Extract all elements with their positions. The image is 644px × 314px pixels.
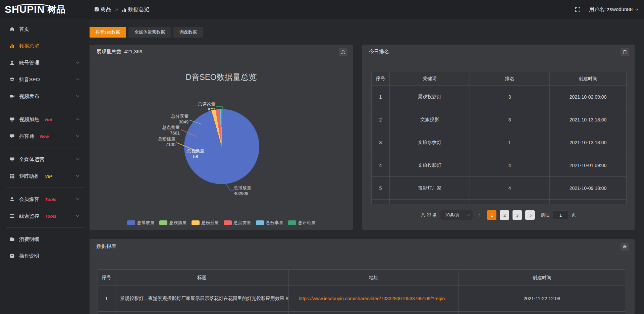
sidebar-item-matrix-boost[interactable]: 矩阵助推 VIP	[0, 168, 89, 185]
video-link[interactable]: https://www.iesdouyin.com/share/video/70…	[289, 286, 459, 312]
legend-swatch	[159, 220, 167, 225]
gear-icon	[9, 77, 15, 83]
prev-page-button[interactable]	[476, 214, 484, 216]
pie-chart-title: D音SEO数据量总览	[90, 72, 353, 83]
chevron-down-icon	[76, 174, 79, 177]
page-button-1[interactable]: 1	[487, 210, 496, 220]
sidebar-item-account-management[interactable]: 账号管理	[0, 54, 89, 71]
legend-item-comments[interactable]: 总评论量	[288, 220, 316, 226]
page-button-2[interactable]: 2	[500, 210, 509, 220]
breadcrumb-separator: >	[115, 7, 118, 12]
goto-page-input[interactable]	[553, 210, 568, 220]
sidebar-divider	[6, 227, 85, 228]
chart-panel-header: 展现量总数: 421,369 总	[90, 45, 353, 59]
sidebar-item-data-overview[interactable]: 数据总览	[0, 38, 89, 54]
tab-omnimedia-data[interactable]: 全媒体运营数据	[128, 27, 171, 38]
ranking-title: 今日排名	[369, 49, 389, 55]
video-heat-icon	[9, 117, 15, 122]
table-row: 1 景观投影灯，夜游景观投影灯厂家展示展示落花灯在花园里的灯光投影应用效果 # …	[98, 286, 625, 312]
next-page-button[interactable]	[525, 210, 535, 220]
data-tabs: 抖音seo数据 全媒体运营数据 询盘数据	[90, 27, 635, 38]
breadcrumb-root[interactable]: 树品	[101, 6, 111, 13]
table-row-clipped	[372, 200, 627, 204]
tools-badge: Tools	[45, 197, 56, 202]
sidebar-item-omnimedia[interactable]: 全媒体运营	[0, 151, 89, 168]
pie-label-fans: 总粉丝量 7100	[149, 136, 175, 147]
sidebar-item-lead-monitor[interactable]: 线索监控 Tools	[0, 208, 89, 224]
sidebar-item-video-publish[interactable]: 视频发布	[0, 88, 89, 105]
grid-icon	[9, 173, 15, 179]
ranking-panel-header: 今日排名 日	[362, 45, 635, 59]
table-row: 3 文旅水纹灯 1 2021-10-13 18:00	[372, 131, 627, 154]
sliders-icon	[9, 213, 15, 219]
chevron-down-icon	[467, 213, 470, 216]
table-row-clipped	[98, 312, 625, 314]
daily-view-badge[interactable]: 日	[621, 48, 629, 56]
video-camera-icon	[9, 94, 15, 99]
pie-label-comments: 总评论量 572	[189, 101, 215, 113]
pie-chart[interactable]	[184, 109, 259, 184]
tools-badge: Tools	[45, 214, 56, 219]
total-view-badge[interactable]: 总	[339, 48, 347, 56]
chevron-down-icon	[76, 94, 79, 97]
sidebar-item-consumption-detail[interactable]: 消费明细	[0, 231, 89, 248]
table-row: 1 景观投影灯 3 2021-10-02 09:00	[372, 86, 627, 108]
pie-label-plays: 总播放量 402909	[234, 185, 264, 196]
legend-item-videos[interactable]: 总视频量	[159, 220, 187, 226]
goto-unit-label: 页	[572, 212, 576, 218]
legend-item-plays[interactable]: 总播放量	[127, 220, 155, 226]
chat-bubble-icon	[9, 134, 15, 139]
table-row: 5 投影灯厂家 4 2021-10-09 18:00	[372, 177, 627, 200]
fullscreen-icon[interactable]	[575, 7, 581, 12]
hot-badge: Hot	[45, 117, 52, 122]
report-title: 数据报表	[96, 243, 116, 250]
chevron-down-icon	[76, 157, 79, 160]
sidebar-item-instructions[interactable]: ? 操作说明	[0, 248, 89, 264]
legend-item-shares[interactable]: 总分享量	[256, 220, 283, 226]
report-table: 序号 标题 地址 创建时间 1 景观投影灯，夜游景观投影灯厂家展示展示落花灯在花…	[98, 269, 625, 314]
tab-inquiry-data[interactable]: 询盘数据	[173, 27, 203, 38]
pie-label-likes: 总点赞量 7681	[153, 124, 180, 136]
logo-text-cn: 树品	[47, 3, 65, 15]
person-icon	[9, 197, 15, 202]
sidebar-divider	[6, 188, 85, 188]
legend-swatch	[224, 220, 232, 225]
page-button-3[interactable]: 3	[513, 210, 522, 220]
vip-badge: VIP	[45, 174, 52, 179]
breadcrumb-current: 数据总览	[128, 6, 150, 13]
username-label: 用户名: zswodun88	[589, 6, 633, 13]
app-logo[interactable]: SHUPIN 树品	[0, 3, 89, 15]
pagination-total: 共 23 条	[421, 212, 437, 218]
sidebar-item-member-traffic[interactable]: 会员爆客 Tools	[0, 191, 89, 208]
legend-swatch	[127, 220, 135, 225]
bar-chart-icon	[122, 7, 126, 12]
chevron-down-icon	[635, 7, 639, 11]
sidebar-item-video-heat[interactable]: 视频加热 Hot	[0, 111, 89, 128]
chevron-down-icon	[76, 197, 79, 200]
page-size-select[interactable]: 10条/页	[440, 210, 473, 220]
sidebar-item-home[interactable]: 首页	[0, 21, 89, 38]
table-header-row: 序号 标题 地址 创建时间	[98, 270, 625, 286]
legend-item-likes[interactable]: 总点赞量	[224, 220, 251, 226]
chevron-down-icon	[76, 117, 79, 120]
sidebar-item-douyin-seo[interactable]: 抖音SEO	[0, 71, 89, 88]
table-row: 4 文旅投影灯 4 2021-10-01 09:00	[372, 154, 627, 177]
legend-swatch	[192, 220, 200, 225]
home-icon	[9, 27, 15, 32]
table-row: 2 文旅投影 3 2021-10-13 18:00	[372, 108, 627, 131]
pie-label-videos: 总视频量 58	[185, 148, 206, 159]
impressions-total-label: 展现量总数: 421,369	[96, 49, 143, 55]
chart-legend: 总播放量 总视频量 总粉丝量 总点赞量 总分享量	[90, 220, 353, 226]
tab-douyin-seo-data[interactable]: 抖音seo数据	[90, 27, 126, 38]
app-square-icon	[94, 7, 99, 12]
app-header: SHUPIN 树品 树品 > 数据总览 用户名: zswodun88	[0, 0, 644, 19]
report-panel-header: 数据报表 表	[90, 239, 635, 254]
monitor-icon	[9, 157, 15, 162]
sidebar-divider	[6, 148, 85, 148]
bar-chart-icon	[9, 43, 15, 49]
sidebar-item-douketong[interactable]: 抖客通 New	[0, 128, 89, 145]
legend-item-fans[interactable]: 总粉丝量	[192, 220, 219, 226]
user-menu[interactable]: 用户名: zswodun88	[589, 6, 638, 13]
data-report-panel: 数据报表 表 序号 标题 地址 创建时间 1 景观投影灯，夜游景观投影灯厂家展示…	[90, 239, 635, 314]
table-view-badge[interactable]: 表	[621, 243, 629, 251]
